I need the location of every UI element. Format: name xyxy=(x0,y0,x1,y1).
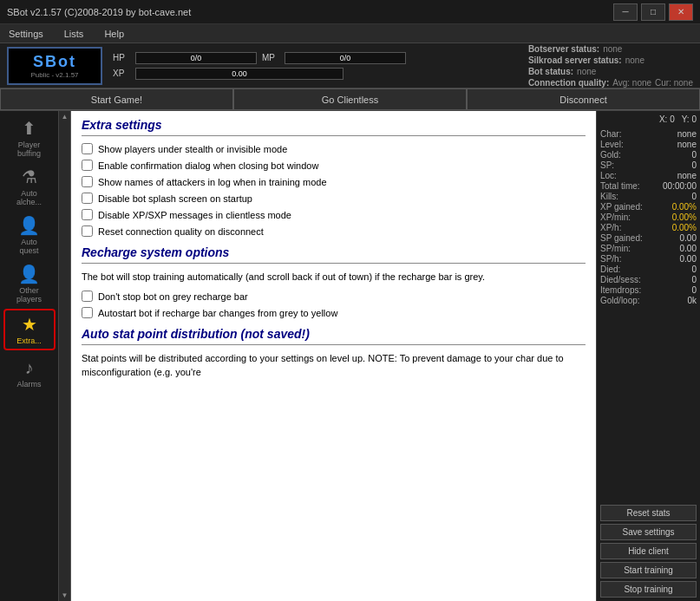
autostart-yellow-checkbox[interactable] xyxy=(82,307,93,318)
auto-stat-title: Auto stat point distribution (not saved!… xyxy=(82,327,586,341)
checkbox-row-3: Show names of attackers in log when in t… xyxy=(82,176,586,187)
y-coord: Y: 0 xyxy=(682,114,697,124)
auto-stat-info-text: Stat points will be distributed accordin… xyxy=(82,352,586,379)
save-settings-button[interactable]: Save settings xyxy=(600,524,697,540)
disable-splash-label: Disable bot splash screen on startup xyxy=(98,193,252,204)
loc-label: Loc: xyxy=(600,171,651,180)
extra-settings-section: Extra settings Show players under stealt… xyxy=(82,118,586,237)
reset-conn-label: Reset connection quality on disconnect xyxy=(98,226,264,237)
x-coord: X: 0 xyxy=(659,114,675,124)
maximize-button[interactable]: □ xyxy=(641,3,665,21)
sp-value: 0 xyxy=(654,160,697,170)
stop-training-button[interactable]: Stop training xyxy=(600,581,697,598)
people-icon: 👤 xyxy=(18,264,40,284)
level-value: none xyxy=(654,140,697,149)
disable-xp-msg-label: Disable XP/SXP messages in clientless mo… xyxy=(98,210,291,220)
show-stealth-checkbox[interactable] xyxy=(82,143,93,154)
died-label: Died: xyxy=(600,265,651,274)
main-content-panel[interactable]: Extra settings Show players under stealt… xyxy=(71,111,596,601)
music-note-icon: ♪ xyxy=(25,358,34,378)
sidebar-item-other-players[interactable]: 👤 Otherplayers xyxy=(3,260,56,307)
scroll-down-arrow[interactable]: ▼ xyxy=(62,591,69,599)
died-value: 0 xyxy=(654,265,697,274)
sp-min-label: SP/min: xyxy=(600,244,651,253)
hp-label: HP xyxy=(113,53,130,62)
silkroad-label: Silkroad server status: xyxy=(528,56,622,65)
start-game-button[interactable]: Start Game! xyxy=(0,88,233,110)
sidebar-item-auto-quest[interactable]: 👤 Autoquest xyxy=(3,212,56,258)
sidebar-item-alarms[interactable]: ♪ Alarms xyxy=(3,352,56,394)
itemdrops-value: 0 xyxy=(654,285,697,295)
auto-stat-section: Auto stat point distribution (not saved!… xyxy=(82,327,586,379)
show-attackers-checkbox[interactable] xyxy=(82,176,93,187)
recharge-checkbox-row-2: Autostart bot if recharge bar changes fr… xyxy=(82,307,586,318)
gold-loop-value: 0k xyxy=(654,296,697,305)
menu-lists[interactable]: Lists xyxy=(59,27,89,41)
title-text: SBot v2.1.57 (C)2008-2019 by bot-cave.ne… xyxy=(7,7,191,17)
sp-label: SP: xyxy=(600,160,651,170)
sidebar-item-extra[interactable]: ★ Extra... xyxy=(3,309,56,350)
xp-gained-label: XP gained: xyxy=(600,202,651,212)
hp-bar: 0/0 xyxy=(135,52,257,64)
conn-avg: Avg: none xyxy=(612,78,651,88)
menu-settings[interactable]: Settings xyxy=(3,27,49,41)
loc-value: none xyxy=(654,171,697,180)
go-clientless-button[interactable]: Go Clientless xyxy=(233,88,467,110)
dont-stop-grey-checkbox[interactable] xyxy=(82,291,93,302)
reset-conn-checkbox[interactable] xyxy=(82,225,93,237)
gold-value: 0 xyxy=(654,150,697,160)
xph-label: XP/h: xyxy=(600,223,651,232)
right-buttons: Reset stats Save settings Hide client St… xyxy=(600,505,697,598)
autostart-yellow-label: Autostart bot if recharge bar changes fr… xyxy=(98,308,337,318)
hide-client-button[interactable]: Hide client xyxy=(600,543,697,559)
checkbox-row-6: Reset connection quality on disconnect xyxy=(82,225,586,237)
recharge-checkbox-row-1: Don't stop bot on grey recharge bar xyxy=(82,291,586,302)
minimize-button[interactable]: ─ xyxy=(613,3,638,21)
xp-bar: 0.00 xyxy=(135,68,343,80)
menu-help[interactable]: Help xyxy=(99,27,129,41)
disable-xp-msg-checkbox[interactable] xyxy=(82,209,93,220)
close-button[interactable]: ✕ xyxy=(669,3,693,21)
main-layout: ⬆ Playerbuffing ⚗ Autoalche... 👤 Autoque… xyxy=(0,111,700,601)
reset-stats-button[interactable]: Reset stats xyxy=(600,505,697,521)
menu-bar: Settings Lists Help xyxy=(0,24,700,43)
xph-value: 0.00% xyxy=(654,223,697,232)
sidebar-item-player-buffing[interactable]: ⬆ Playerbuffing xyxy=(3,114,56,161)
logo-version: Public - v2.1.57 xyxy=(30,71,78,79)
xp-gained-value: 0.00% xyxy=(654,202,697,212)
scroll-up-arrow[interactable]: ▲ xyxy=(62,113,69,121)
sp-gained-label: SP gained: xyxy=(600,233,651,243)
xp-min-label: XP/min: xyxy=(600,212,651,222)
arrow-up-icon: ⬆ xyxy=(22,118,36,139)
mp-bar: 0/0 xyxy=(285,52,406,64)
stats-grid: Char: none Level: none Gold: 0 SP: 0 Loc… xyxy=(600,129,697,305)
logo-text: SBot xyxy=(33,53,76,71)
bot-status-value: none xyxy=(577,67,596,76)
xp-row: XP 0.00 xyxy=(113,68,518,80)
xp-label: XP xyxy=(113,69,130,78)
logo: SBot Public - v2.1.57 xyxy=(7,47,102,85)
died-sess-value: 0 xyxy=(654,275,697,284)
checkbox-row-2: Enable confirmation dialog when closing … xyxy=(82,160,586,171)
title-bar: SBot v2.1.57 (C)2008-2019 by bot-cave.ne… xyxy=(0,0,700,24)
status-bar: SBot Public - v2.1.57 HP 0/0 MP 0/0 XP 0… xyxy=(0,43,700,88)
sp-min-value: 0.00 xyxy=(654,244,697,253)
start-training-button[interactable]: Start training xyxy=(600,562,697,578)
bot-status-label: Bot status: xyxy=(528,67,573,76)
sidebar-item-auto-alche[interactable]: ⚗ Autoalche... xyxy=(3,163,56,210)
total-time-value: 00:00:00 xyxy=(654,181,697,191)
sph-label: SP/h: xyxy=(600,254,651,264)
disable-splash-checkbox[interactable] xyxy=(82,193,93,204)
confirm-close-checkbox[interactable] xyxy=(82,160,93,171)
person-icon: 👤 xyxy=(18,215,40,236)
conn-quality-label: Connection quality: xyxy=(528,78,609,88)
window-controls: ─ □ ✕ xyxy=(613,3,693,21)
mp-label: MP xyxy=(262,53,279,62)
disconnect-button[interactable]: Disconnect xyxy=(467,88,700,110)
checkbox-row-5: Disable XP/SXP messages in clientless mo… xyxy=(82,209,586,220)
right-panel: X: 0 Y: 0 Char: none Level: none Gold: 0… xyxy=(596,111,700,601)
kills-label: Kills: xyxy=(600,192,651,201)
died-sess-label: Died/sess: xyxy=(600,275,651,284)
silkroad-value: none xyxy=(625,56,644,65)
mp-value: 0/0 xyxy=(285,54,405,62)
